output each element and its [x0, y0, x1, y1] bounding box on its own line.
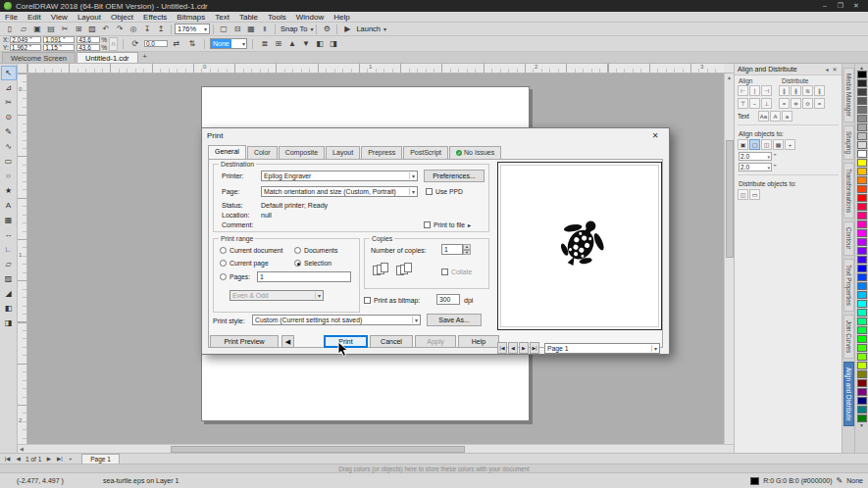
fill-color-swatch[interactable] [750, 477, 759, 485]
palette-swatch[interactable] [857, 379, 867, 387]
palette-swatch[interactable] [857, 309, 867, 317]
menu-item[interactable]: File [0, 12, 23, 23]
palette-swatch[interactable] [857, 212, 867, 220]
preview-last-page-button[interactable]: ▶| [530, 342, 539, 354]
add-page-button[interactable]: + [65, 456, 76, 462]
rectangle-tool[interactable]: ▭ [1, 154, 17, 169]
position-icon[interactable]: ⊞ [272, 38, 285, 50]
align-point-x-field[interactable]: 2.0 [739, 152, 772, 161]
lock-ratio-icon[interactable]: ∩ [109, 37, 118, 51]
current-document-radio[interactable] [220, 247, 227, 254]
first-page-button[interactable]: |◀ [2, 456, 13, 462]
palette-swatch[interactable] [857, 97, 867, 105]
scroll-left-icon[interactable]: ◀ [20, 445, 24, 453]
documents-radio[interactable] [294, 247, 301, 254]
text-bounding-box-icon[interactable]: a [782, 111, 792, 122]
horizontal-scrollbar[interactable]: ◀ [18, 444, 734, 453]
use-ppd-checkbox[interactable] [426, 188, 433, 195]
palette-swatch[interactable] [857, 388, 867, 396]
distribute-spacing-v-icon[interactable]: ≎ [802, 98, 813, 109]
palette-swatch[interactable] [857, 220, 867, 228]
palette-swatch[interactable] [857, 71, 867, 78]
snap-to-dropdown[interactable]: Snap To [281, 24, 307, 33]
preview-page-combo[interactable]: Page 1 [544, 343, 660, 354]
polygon-tool[interactable]: ★ [1, 183, 17, 198]
align-bottom-icon[interactable]: ⊥ [761, 98, 772, 109]
menu-item[interactable]: Window [291, 12, 329, 23]
table-tool[interactable]: ▦ [1, 213, 17, 227]
shape-tool[interactable]: ⊿ [1, 80, 17, 95]
palette-swatch[interactable] [857, 291, 867, 299]
palette-swatch[interactable] [857, 159, 867, 167]
document-palette-strip[interactable]: Drag colors (or objects) here to store t… [0, 464, 868, 472]
align-right-icon[interactable]: ⊣ [761, 85, 772, 96]
dialog-close-icon[interactable]: ✕ [646, 131, 664, 140]
menu-item[interactable]: Table [234, 12, 263, 23]
tab-welcome-screen[interactable]: Welcome Screen [2, 52, 76, 63]
apply-button[interactable]: Apply [415, 335, 456, 348]
show-grid-icon[interactable]: ▦ [244, 24, 258, 35]
align-to-page-edge-icon[interactable]: ▢ [749, 139, 760, 150]
page-1-tab[interactable]: Page 1 [81, 454, 120, 464]
current-page-radio[interactable] [220, 260, 227, 267]
fill-settings-icon[interactable]: ◧ [313, 38, 327, 50]
align-point-y-field[interactable]: 2.0 [739, 163, 772, 171]
object-width-field[interactable]: 1.091 " [43, 36, 75, 43]
align-center-vertical-icon[interactable]: − [749, 98, 760, 109]
maximize-button[interactable]: ❐ [833, 2, 848, 10]
save-icon[interactable]: ▣ [30, 24, 44, 35]
palette-swatch[interactable] [857, 168, 867, 175]
align-to-grid-icon[interactable]: ▦ [773, 139, 784, 150]
to-front-icon[interactable]: ▲ [285, 38, 299, 50]
interactive-fill-tool[interactable]: ◧ [1, 301, 17, 316]
palette-swatch[interactable] [857, 176, 867, 184]
palette-swatch[interactable] [857, 344, 867, 352]
redo-icon[interactable]: ↷ [113, 24, 127, 35]
palette-swatch[interactable] [857, 370, 867, 378]
docker-flyout-icon[interactable]: ◂ [823, 66, 831, 73]
print-preview-button[interactable]: Print Preview [210, 335, 279, 348]
preview-previous-page-button[interactable]: ◀ [508, 342, 518, 354]
align-top-icon[interactable]: ⊤ [738, 98, 748, 109]
pages-radio[interactable] [220, 273, 227, 280]
scrollbar-thumb[interactable] [726, 140, 734, 258]
copy-icon[interactable]: ⊞ [72, 24, 85, 35]
selection-radio[interactable] [294, 260, 301, 267]
crop-tool[interactable]: ✂ [1, 95, 17, 110]
palette-scroll-down-icon[interactable]: ▼ [859, 422, 864, 428]
align-to-point-icon[interactable]: + [785, 139, 795, 150]
y-position-field[interactable]: 1.962 " [10, 44, 41, 51]
palette-swatch[interactable] [857, 123, 867, 131]
print-button[interactable]: Print [324, 335, 368, 348]
outline-width-combo[interactable]: None [210, 38, 247, 49]
collate-checkbox[interactable] [441, 268, 448, 275]
scrollbar-thumb[interactable] [171, 446, 465, 453]
import-icon[interactable]: ↧ [140, 24, 154, 35]
palette-swatch[interactable] [857, 397, 867, 405]
wrap-text-icon[interactable]: ≣ [258, 38, 272, 50]
pages-input[interactable]: 1 [257, 271, 351, 282]
mirror-vertical-icon[interactable]: ⇅ [185, 38, 199, 50]
undo-icon[interactable]: ↶ [99, 24, 113, 35]
x-position-field[interactable]: 2.049 " [10, 36, 41, 43]
align-left-icon[interactable]: ⊢ [738, 85, 748, 96]
palette-swatch[interactable] [857, 79, 867, 87]
palette-swatch[interactable] [857, 256, 867, 264]
palette-swatch[interactable] [857, 141, 867, 149]
distribute-center-h-icon[interactable]: ∦ [791, 85, 801, 96]
palette-swatch[interactable] [857, 238, 867, 246]
palette-swatch[interactable] [857, 335, 867, 343]
align-center-horizontal-icon[interactable]: ∣ [749, 85, 760, 96]
palette-swatch[interactable] [857, 273, 867, 281]
to-back-icon[interactable]: ▼ [299, 38, 313, 50]
ellipse-tool[interactable]: ○ [1, 169, 17, 183]
close-button[interactable]: ✕ [848, 2, 864, 10]
print-style-combo[interactable]: Custom (Current settings not saved) [252, 315, 421, 325]
menu-item[interactable]: View [46, 12, 73, 23]
vertical-ruler[interactable]: 012 [18, 73, 27, 444]
palette-swatch[interactable] [857, 132, 867, 140]
toggle-preview-button[interactable]: ◀ [281, 335, 294, 348]
object-height-field[interactable]: 1.15 " [43, 44, 75, 51]
copies-down-icon[interactable]: ▼ [463, 250, 471, 256]
printer-combo[interactable]: Epilog Engraver [261, 171, 418, 181]
